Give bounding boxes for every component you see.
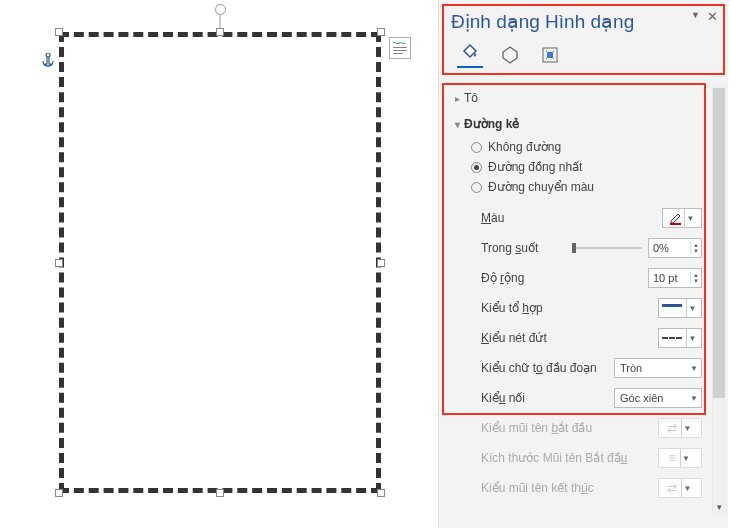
dash-dropdown[interactable]: ▼ <box>658 328 702 348</box>
cap-select[interactable]: Tròn ▼ <box>614 358 702 378</box>
dropdown-arrow-icon: ▼ <box>681 419 693 437</box>
line-style-icon <box>662 304 682 312</box>
prop-label: Kiểu tổ hợp <box>481 301 543 315</box>
svg-rect-0 <box>393 47 407 48</box>
resize-handle-tr[interactable] <box>377 28 385 36</box>
input-value: 10 pt <box>653 272 677 284</box>
dropdown-arrow-icon: ▼ <box>687 364 701 373</box>
resize-handle-bm[interactable] <box>216 489 224 497</box>
section-fill[interactable]: Tô <box>451 85 710 111</box>
dropdown-arrow-icon: ▼ <box>684 209 696 227</box>
width-input[interactable]: 10 pt ▲▼ <box>648 268 702 288</box>
prop-cap: Kiểu chữ to đầu đoạn Tròn ▼ <box>451 353 710 383</box>
radio-label: Đường đồng nhất <box>488 160 582 174</box>
tab-size-properties[interactable] <box>537 42 563 68</box>
radio-gradient-line[interactable]: Đường chuyển màu <box>451 177 710 197</box>
arrow-begin-type-dropdown: ⇄ ▼ <box>658 418 702 438</box>
prop-join: Kiểu nối Góc xiên ▼ <box>451 383 710 413</box>
layout-options-button[interactable] <box>389 37 411 59</box>
prop-label: Độ rộng <box>481 271 524 285</box>
resize-handle-tm[interactable] <box>216 28 224 36</box>
dropdown-arrow-icon: ▼ <box>687 394 701 403</box>
radio-icon <box>471 142 482 153</box>
arrow-begin-size-dropdown: ≡ ▼ <box>658 448 702 468</box>
prop-label: Màu <box>481 211 504 225</box>
format-shape-panel: Định dạng Hình dạng ▼ ✕ ▴ ▾ Tô Đường kẻ … <box>438 0 728 528</box>
arrow-end-type-dropdown: ⇄ ▼ <box>658 478 702 498</box>
dropdown-arrow-icon: ▼ <box>681 479 693 497</box>
transparency-input[interactable]: 0% ▲▼ <box>648 238 702 258</box>
prop-transparency: Trong suốt 0% ▲▼ <box>451 233 710 263</box>
shape-outline <box>59 32 381 493</box>
prop-width: Độ rộng 10 pt ▲▼ <box>451 263 710 293</box>
resize-handle-mr[interactable] <box>377 259 385 267</box>
resize-handle-br[interactable] <box>377 489 385 497</box>
prop-arrow-begin-type: Kiểu mũi tên bắt đầu ⇄ ▼ <box>451 413 710 443</box>
arrow-size-icon: ≡ <box>668 451 675 465</box>
selected-shape[interactable] <box>59 32 381 493</box>
prop-label: Kiểu chữ to đầu đoạn <box>481 361 597 375</box>
scrollbar-down[interactable]: ▾ <box>714 502 724 512</box>
prop-label: Kiểu nét đứt <box>481 331 547 345</box>
slider-thumb[interactable] <box>572 243 576 253</box>
svg-rect-4 <box>547 52 553 58</box>
dropdown-arrow-icon: ▼ <box>686 329 698 347</box>
panel-menu-dropdown[interactable]: ▼ <box>691 10 700 20</box>
resize-handle-bl[interactable] <box>55 489 63 497</box>
panel-title: Định dạng Hình dạng <box>451 10 634 33</box>
spinner-buttons[interactable]: ▲▼ <box>690 272 699 284</box>
resize-handle-ml[interactable] <box>55 259 63 267</box>
prop-label: Trong suốt <box>481 241 538 255</box>
svg-rect-1 <box>393 50 407 51</box>
prop-label: Kiểu mũi tên kết thúc <box>481 481 594 495</box>
dropdown-arrow-icon: ▼ <box>680 449 692 467</box>
input-value: 0% <box>653 242 669 254</box>
section-line[interactable]: Đường kẻ <box>451 111 710 137</box>
prop-label: Kích thước Mũi tên Bắt đầu <box>481 451 627 465</box>
spinner-buttons[interactable]: ▲▼ <box>690 242 699 254</box>
anchor-icon <box>42 53 54 71</box>
panel-body: Tô Đường kẻ Không đường Đường đồng nhất … <box>439 85 710 528</box>
prop-arrow-begin-size: Kích thước Mũi tên Bắt đầu ≡ ▼ <box>451 443 710 473</box>
radio-icon <box>471 182 482 193</box>
dash-style-icon <box>662 337 682 339</box>
tab-fill-line[interactable] <box>457 42 483 68</box>
prop-dash: Kiểu nét đứt ▼ <box>451 323 710 353</box>
scrollbar-thumb[interactable] <box>713 88 725 398</box>
radio-no-line[interactable]: Không đường <box>451 137 710 157</box>
tab-effects[interactable] <box>497 42 523 68</box>
arrow-type-icon: ⇄ <box>667 421 677 435</box>
document-canvas[interactable] <box>0 0 438 528</box>
panel-close-button[interactable]: ✕ <box>707 9 718 24</box>
svg-rect-5 <box>670 223 681 225</box>
radio-label: Đường chuyển màu <box>488 180 594 194</box>
prop-label: Kiểu mũi tên bắt đầu <box>481 421 592 435</box>
svg-rect-2 <box>393 53 403 54</box>
rotate-handle[interactable] <box>215 4 226 15</box>
select-value: Góc xiên <box>620 392 663 404</box>
join-select[interactable]: Góc xiên ▼ <box>614 388 702 408</box>
select-value: Tròn <box>620 362 642 374</box>
prop-label: Kiểu nối <box>481 391 525 405</box>
radio-icon <box>471 162 482 173</box>
panel-tabs <box>457 42 563 68</box>
prop-compound: Kiểu tổ hợp ▼ <box>451 293 710 323</box>
prop-color: Màu ▼ <box>451 203 710 233</box>
arrow-type-icon: ⇄ <box>667 481 677 495</box>
prop-arrow-end-type: Kiểu mũi tên kết thúc ⇄ ▼ <box>451 473 710 503</box>
resize-handle-tl[interactable] <box>55 28 63 36</box>
transparency-slider[interactable] <box>572 247 642 249</box>
color-picker-button[interactable]: ▼ <box>662 208 702 228</box>
fill-color-icon <box>668 211 684 225</box>
dropdown-arrow-icon: ▼ <box>686 299 698 317</box>
radio-solid-line[interactable]: Đường đồng nhất <box>451 157 710 177</box>
compound-dropdown[interactable]: ▼ <box>658 298 702 318</box>
radio-label: Không đường <box>488 140 561 154</box>
